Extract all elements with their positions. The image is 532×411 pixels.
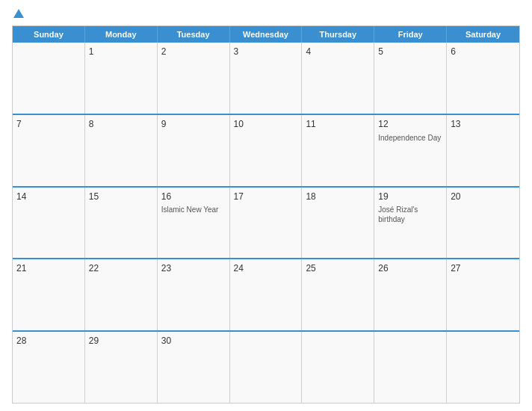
day-number: 23 bbox=[161, 262, 226, 275]
day-cell bbox=[447, 332, 519, 403]
day-number: 18 bbox=[306, 191, 370, 203]
logo-triangle-icon bbox=[13, 9, 24, 18]
day-number: 25 bbox=[306, 262, 370, 275]
day-cell: 10 bbox=[230, 115, 303, 186]
day-number: 22 bbox=[89, 262, 153, 275]
day-cell: 19José Rizal's birthday bbox=[374, 188, 447, 259]
week-row-2: 789101112Independence Day13 bbox=[13, 114, 519, 186]
day-cell bbox=[13, 43, 85, 114]
day-number: 1 bbox=[89, 46, 153, 58]
header-monday: Monday bbox=[85, 26, 158, 43]
day-number: 14 bbox=[16, 191, 81, 203]
day-cell: 6 bbox=[447, 43, 519, 114]
header-sunday: Sunday bbox=[13, 26, 85, 43]
calendar-grid: Sunday Monday Tuesday Wednesday Thursday… bbox=[12, 25, 520, 404]
day-number: 10 bbox=[234, 118, 298, 131]
day-number: 5 bbox=[378, 46, 442, 58]
day-number: 3 bbox=[234, 46, 298, 58]
header-tuesday: Tuesday bbox=[158, 26, 230, 43]
day-cell: 24 bbox=[230, 259, 303, 330]
day-number: 20 bbox=[451, 191, 516, 203]
day-number: 7 bbox=[16, 118, 81, 131]
day-cell: 1 bbox=[85, 43, 158, 114]
week-row-4: 21222324252627 bbox=[13, 258, 519, 330]
weeks-container: 123456789101112Independence Day13141516I… bbox=[13, 43, 519, 403]
day-cell: 28 bbox=[13, 332, 85, 403]
day-cell: 25 bbox=[302, 259, 374, 330]
day-number: 29 bbox=[89, 335, 153, 347]
day-cell: 22 bbox=[85, 259, 158, 330]
day-number: 15 bbox=[89, 191, 153, 203]
day-cell: 23 bbox=[158, 259, 230, 330]
day-number: 13 bbox=[451, 118, 516, 131]
day-cell: 17 bbox=[230, 188, 303, 259]
day-number: 12 bbox=[378, 118, 442, 131]
day-cell: 30 bbox=[158, 332, 230, 403]
event-text: Islamic New Year bbox=[161, 205, 226, 214]
day-cell: 9 bbox=[158, 115, 230, 186]
day-cell: 27 bbox=[447, 259, 519, 330]
day-cell: 29 bbox=[85, 332, 158, 403]
day-number: 2 bbox=[161, 46, 226, 58]
day-number: 8 bbox=[89, 118, 153, 131]
day-cell: 3 bbox=[230, 43, 303, 114]
header bbox=[12, 9, 520, 19]
day-cell: 2 bbox=[158, 43, 230, 114]
week-row-5: 282930 bbox=[13, 330, 519, 403]
day-cell: 14 bbox=[13, 188, 85, 259]
day-cell: 4 bbox=[302, 43, 374, 114]
day-number: 9 bbox=[161, 118, 226, 131]
header-wednesday: Wednesday bbox=[230, 26, 303, 43]
day-number: 24 bbox=[234, 262, 298, 275]
day-number: 21 bbox=[16, 262, 81, 275]
event-text: Independence Day bbox=[378, 133, 442, 143]
logo-top-row bbox=[12, 9, 24, 19]
day-number: 28 bbox=[16, 335, 81, 347]
day-cell: 8 bbox=[85, 115, 158, 186]
day-headers: Sunday Monday Tuesday Wednesday Thursday… bbox=[13, 26, 519, 43]
day-cell: 15 bbox=[85, 188, 158, 259]
event-text: José Rizal's birthday bbox=[378, 205, 442, 224]
week-row-1: 123456 bbox=[13, 43, 519, 114]
header-thursday: Thursday bbox=[302, 26, 374, 43]
day-cell bbox=[302, 332, 374, 403]
day-cell: 16Islamic New Year bbox=[158, 188, 230, 259]
week-row-3: 141516Islamic New Year171819José Rizal's… bbox=[13, 186, 519, 259]
day-number: 6 bbox=[451, 46, 516, 58]
day-number: 11 bbox=[306, 118, 370, 131]
day-number: 26 bbox=[378, 262, 442, 275]
day-cell: 20 bbox=[447, 188, 519, 259]
day-number: 17 bbox=[234, 191, 298, 203]
day-cell: 12Independence Day bbox=[374, 115, 447, 186]
day-cell: 5 bbox=[374, 43, 447, 114]
day-cell bbox=[374, 332, 447, 403]
day-cell: 21 bbox=[13, 259, 85, 330]
day-number: 16 bbox=[161, 191, 226, 203]
day-number: 30 bbox=[161, 335, 226, 347]
day-cell: 26 bbox=[374, 259, 447, 330]
header-friday: Friday bbox=[374, 26, 447, 43]
day-number: 27 bbox=[451, 262, 516, 275]
day-number: 19 bbox=[378, 191, 442, 203]
calendar-page: Sunday Monday Tuesday Wednesday Thursday… bbox=[0, 0, 532, 411]
day-cell: 11 bbox=[302, 115, 374, 186]
day-number: 4 bbox=[306, 46, 370, 58]
logo-wrapper bbox=[12, 9, 24, 19]
day-cell: 18 bbox=[302, 188, 374, 259]
day-cell: 7 bbox=[13, 115, 85, 186]
day-cell bbox=[230, 332, 303, 403]
logo bbox=[12, 9, 24, 19]
day-cell: 13 bbox=[447, 115, 519, 186]
header-saturday: Saturday bbox=[447, 26, 519, 43]
